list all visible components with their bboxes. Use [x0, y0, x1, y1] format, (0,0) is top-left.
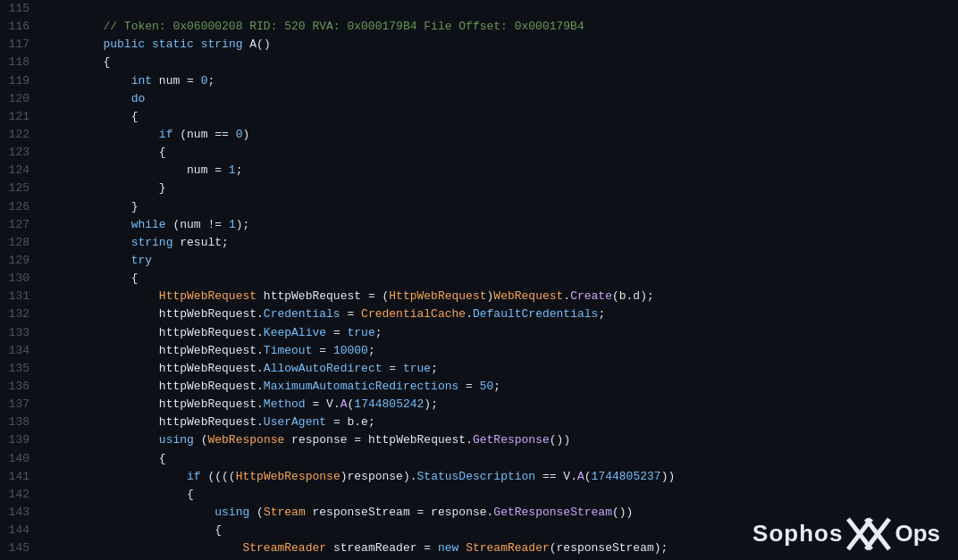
- plain-token: result;: [180, 236, 229, 249]
- plain-token: (responseStream);: [550, 541, 668, 555]
- line-number: 118: [0, 54, 40, 71]
- table-row: 126 }: [0, 198, 958, 216]
- plain-token: {: [103, 55, 110, 69]
- table-row: 116 // Token: 0x06000208 RID: 520 RVA: 0…: [0, 18, 958, 36]
- line-number: 137: [0, 396, 40, 414]
- code-editor: 115 116 // Token: 0x06000208 RID: 520 RV…: [0, 0, 958, 560]
- line-number: 144: [0, 522, 40, 539]
- plain-token: ;: [375, 326, 382, 339]
- line-content: if (num == 0): [40, 126, 958, 144]
- line-number: 132: [0, 305, 40, 323]
- line-number: 140: [0, 450, 40, 468]
- line-number: 138: [0, 414, 40, 431]
- prop-token: MaximumAutomaticRedirections: [264, 380, 458, 393]
- line-number: 117: [0, 36, 40, 54]
- line-content: {: [40, 450, 958, 468]
- keyword-token: new: [438, 541, 458, 555]
- method-token: A: [577, 470, 584, 483]
- plain-token: httpWebRequest.: [159, 362, 264, 375]
- number-token: 1: [229, 163, 236, 177]
- table-row: 135 httpWebRequest.AllowAutoRedirect = t…: [0, 360, 958, 378]
- prop-token: StatusDescription: [417, 470, 536, 483]
- line-content: }: [40, 180, 958, 197]
- keyword-token: using: [159, 433, 194, 447]
- method-token: Create: [570, 289, 612, 303]
- plain-token: {: [187, 488, 194, 501]
- table-row: 130 {: [0, 270, 958, 288]
- plain-token: ((((: [207, 470, 235, 483]
- table-row: 133 httpWebRequest.KeepAlive = true;: [0, 324, 958, 342]
- line-content: HttpWebRequest httpWebRequest = (HttpWeb…: [40, 288, 958, 305]
- line-content: {: [40, 144, 958, 162]
- prop-token: Timeout: [264, 344, 313, 357]
- line-number: 123: [0, 144, 40, 162]
- sophos-logo: Sophos Ops: [752, 515, 940, 551]
- table-row: 131 HttpWebRequest httpWebRequest = (Htt…: [0, 288, 958, 305]
- plain-token: (b.d);: [612, 289, 654, 303]
- keyword-token: public: [103, 38, 145, 51]
- line-content: // Token: 0x06000208 RID: 520 RVA: 0x000…: [40, 18, 958, 36]
- line-content: num = 1;: [40, 162, 958, 180]
- logo-ops-text: Ops: [895, 520, 940, 547]
- plain-token: {: [131, 272, 139, 285]
- type-token: StreamReader: [466, 541, 550, 555]
- type-token: StreamReader: [242, 541, 326, 555]
- line-content: [40, 0, 958, 18]
- line-number: 139: [0, 431, 40, 449]
- table-row: 136 httpWebRequest.MaximumAutomaticRedir…: [0, 378, 958, 396]
- keyword-token: true: [403, 362, 431, 375]
- plain-token: ()): [550, 433, 570, 447]
- comment-token: // Token: 0x06000208 RID: 520 RVA: 0x000…: [103, 20, 584, 33]
- table-row: 120 do: [0, 90, 958, 108]
- type-token: WebResponse: [207, 433, 284, 447]
- prop-token: DefaultCredentials: [473, 307, 598, 321]
- line-number: 133: [0, 324, 40, 342]
- plain-token: (num !=: [172, 218, 228, 231]
- line-content: try: [40, 252, 958, 270]
- line-number: 142: [0, 486, 40, 504]
- line-content: httpWebRequest.Method = V.A(1744805242);: [40, 396, 958, 414]
- plain-token: ;: [368, 344, 375, 357]
- type-token: HttpWebRequest: [389, 289, 486, 303]
- table-row: 115: [0, 0, 958, 18]
- number-token: 1744805237: [592, 470, 661, 483]
- plain-token: ): [242, 128, 249, 141]
- plain-token: httpWebRequest.: [159, 415, 264, 429]
- keyword-token: true: [348, 326, 375, 339]
- plain-token: = b.e;: [333, 415, 375, 429]
- line-number: 135: [0, 360, 40, 378]
- table-row: 129 try: [0, 252, 958, 270]
- plain-token: == V.: [542, 470, 577, 483]
- line-content: {: [40, 270, 958, 288]
- plain-token: httpWebRequest.: [159, 344, 264, 357]
- plain-token: );: [424, 397, 438, 411]
- table-row: 132 httpWebRequest.Credentials = Credent…: [0, 305, 958, 323]
- line-number: 130: [0, 270, 40, 288]
- plain-token: ;: [431, 362, 438, 375]
- table-row: 141 if ((((HttpWebResponse)response).Sta…: [0, 468, 958, 486]
- line-number: 121: [0, 108, 40, 126]
- table-row: 140 {: [0, 450, 958, 468]
- line-content: }: [40, 198, 958, 216]
- line-number: 136: [0, 378, 40, 396]
- table-row: 137 httpWebRequest.Method = V.A(17448052…: [0, 396, 958, 414]
- table-row: 139 using (WebResponse response = httpWe…: [0, 431, 958, 449]
- number-token: 10000: [333, 344, 368, 357]
- line-number: 141: [0, 468, 40, 486]
- plain-token: ;: [493, 380, 500, 393]
- plain-token: {: [159, 452, 166, 465]
- plain-token: {: [159, 146, 166, 159]
- line-content: httpWebRequest.Timeout = 10000;: [40, 342, 958, 360]
- table-row: 124 num = 1;: [0, 162, 958, 180]
- logo-sophos-text: Sophos: [752, 520, 843, 547]
- number-token: 1: [229, 218, 236, 231]
- line-content: using (WebResponse response = httpWebReq…: [40, 431, 958, 449]
- line-number: 143: [0, 504, 40, 522]
- table-row: 125 }: [0, 180, 958, 197]
- plain-token: num =: [187, 163, 229, 177]
- plain-token: .: [563, 289, 570, 303]
- table-row: 142 {: [0, 486, 958, 504]
- type-token: CredentialCache: [361, 307, 466, 321]
- plain-token: (num ==: [180, 128, 235, 141]
- line-content: {: [40, 486, 958, 504]
